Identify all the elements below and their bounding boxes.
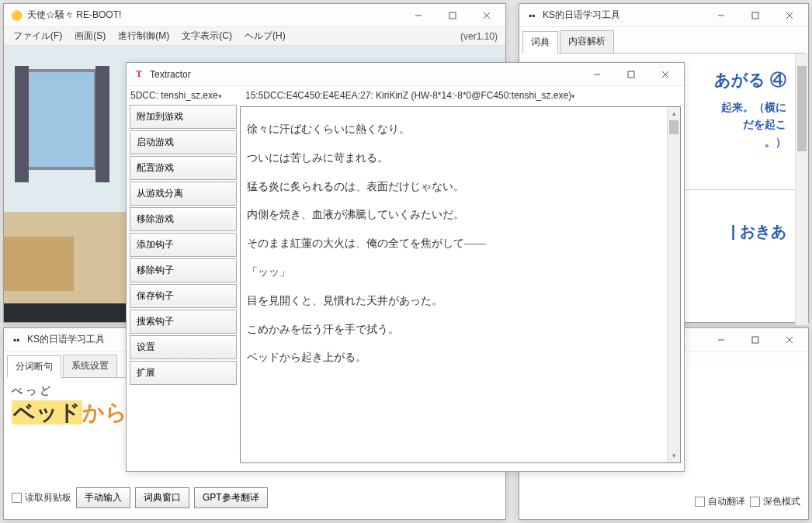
settings-button[interactable]: 设置 xyxy=(130,335,237,359)
word-rest[interactable]: から xyxy=(82,400,127,424)
textractor-titlebar[interactable]: T Textractor xyxy=(127,63,684,86)
scrollbar[interactable] xyxy=(795,54,808,325)
scroll-thumb[interactable] xyxy=(669,120,678,134)
text-line: 「ッッ」 xyxy=(247,261,661,285)
process-select[interactable]: 5DCC: tenshi_sz.exe▾ xyxy=(130,90,241,101)
dark-mode-checkbox[interactable]: 深色模式 xyxy=(750,495,800,508)
maximize-button[interactable] xyxy=(614,64,648,85)
maximize-button[interactable] xyxy=(435,5,470,26)
word-highlighted[interactable]: ベッド xyxy=(12,400,82,424)
text-line: 猛る炎に炙られるのは、表面だけじゃない。 xyxy=(247,175,661,199)
textractor-icon: T xyxy=(133,68,145,81)
text-line: 目を見開くと、見慣れた天井があった。 xyxy=(247,289,661,313)
minimize-button[interactable] xyxy=(401,5,435,26)
detach-button[interactable]: 从游戏分离 xyxy=(130,182,237,206)
manual-input-button[interactable]: 手动输入 xyxy=(76,487,130,508)
jp-dict-titlebar[interactable]: ▪▪ KS的日语学习工具 xyxy=(519,4,808,27)
auto-translate-checkbox[interactable]: 自动翻译 xyxy=(695,495,745,508)
hook-select[interactable]: 15:5DCC:E4C450:E4E4EA:27: KiriKiriZ (HW-… xyxy=(245,90,680,101)
extracted-text-area[interactable]: 徐々に汗ばむくらいに熱くなり。 ついには苦しみに苛まれる。 猛る炎に炙られるのは… xyxy=(240,106,681,463)
svg-rect-10 xyxy=(752,337,758,343)
game-menubar: ファイル(F) 画面(S) 進行制御(M) 文字表示(C) ヘルプ(H) (ve… xyxy=(4,27,505,46)
jp-dict-title: KS的日语学习工具 xyxy=(543,9,704,22)
textractor-title: Textractor xyxy=(150,69,580,80)
search-hook-button[interactable]: 搜索钩子 xyxy=(130,310,237,334)
tab-system-settings[interactable]: 系统设置 xyxy=(63,355,117,377)
svg-rect-14 xyxy=(628,71,634,78)
clipboard-checkbox[interactable]: 读取剪贴板 xyxy=(12,491,71,504)
text-line: そのまま紅蓮の大火は、俺の全てを焦がして—— xyxy=(247,232,661,256)
close-button[interactable] xyxy=(470,5,504,26)
textractor-window: T Textractor 5DCC: tenshi_sz.exe▾ 15:5DC… xyxy=(126,62,685,472)
extensions-button[interactable]: 扩展 xyxy=(130,361,237,385)
text-line: 徐々に汗ばむくらいに熱くなり。 xyxy=(247,118,661,142)
chevron-down-icon: ▾ xyxy=(218,92,222,100)
text-line: こめかみを伝う汗を手で拭う。 xyxy=(247,318,661,342)
ks-trans-bottombar: 自动翻译 深色模式 xyxy=(687,489,808,514)
close-button[interactable] xyxy=(648,64,682,85)
game-title: 天使☆騒々 RE-BOOT! xyxy=(27,9,401,22)
app-icon: ▪▪ xyxy=(10,334,23,346)
close-button[interactable] xyxy=(772,5,807,26)
attach-button[interactable]: 附加到游戏 xyxy=(130,105,237,129)
app-icon: ▪▪ xyxy=(526,9,538,22)
svg-rect-6 xyxy=(752,12,758,19)
maximize-button[interactable] xyxy=(738,5,772,26)
ks-seg-bottombar: 读取剪贴板 手动输入 词典窗口 GPT参考翻译 xyxy=(4,481,276,514)
text-line: ついには苦しみに苛まれる。 xyxy=(247,147,661,171)
textractor-selectors: 5DCC: tenshi_sz.exe▾ 15:5DCC:E4C450:E4E4… xyxy=(127,86,684,105)
textractor-sidebar: 附加到游戏 启动游戏 配置游戏 从游戏分离 移除游戏 添加钩子 移除钩子 保存钩… xyxy=(127,105,240,466)
tab-content-parse[interactable]: 内容解析 xyxy=(560,30,614,53)
scroll-thumb[interactable] xyxy=(797,66,807,151)
tab-dictionary[interactable]: 词典 xyxy=(522,31,558,54)
scrollbar[interactable]: ▴ ▾ xyxy=(667,107,680,462)
text-line: ベッドから起き上がる。 xyxy=(247,346,661,370)
launch-button[interactable]: 启动游戏 xyxy=(130,130,237,154)
remove-game-button[interactable]: 移除游戏 xyxy=(130,207,237,231)
dict-window-button[interactable]: 词典窗口 xyxy=(135,487,189,508)
minimize-button[interactable] xyxy=(704,329,738,351)
menu-file[interactable]: ファイル(F) xyxy=(7,27,68,45)
scroll-down-icon[interactable]: ▾ xyxy=(668,449,680,462)
jp-dict-tabs: 词典 内容解析 xyxy=(519,27,808,53)
version-label: (ver1.10) xyxy=(460,31,502,42)
add-hook-button[interactable]: 添加钩子 xyxy=(130,233,237,257)
game-titlebar[interactable]: 🟡 天使☆騒々 RE-BOOT! xyxy=(4,4,505,27)
maximize-button[interactable] xyxy=(738,329,772,351)
menu-text[interactable]: 文字表示(C) xyxy=(175,27,238,45)
svg-rect-1 xyxy=(449,12,456,19)
menu-help[interactable]: ヘルプ(H) xyxy=(238,27,292,45)
close-button[interactable] xyxy=(772,329,807,351)
menu-progress[interactable]: 進行制御(M) xyxy=(112,27,175,45)
tab-segmentation[interactable]: 分词断句 xyxy=(7,355,61,378)
chevron-down-icon: ▾ xyxy=(571,92,575,100)
minimize-button[interactable] xyxy=(704,5,738,26)
save-hook-button[interactable]: 保存钩子 xyxy=(130,284,237,308)
scroll-up-icon[interactable]: ▴ xyxy=(668,107,680,120)
remove-hook-button[interactable]: 移除钩子 xyxy=(130,258,237,282)
config-button[interactable]: 配置游戏 xyxy=(130,156,237,180)
gpt-translate-button[interactable]: GPT参考翻译 xyxy=(194,487,268,508)
minimize-button[interactable] xyxy=(580,64,614,85)
game-icon: 🟡 xyxy=(10,9,23,22)
menu-screen[interactable]: 画面(S) xyxy=(68,27,112,45)
text-line: 内側を焼き、血液が沸騰していくみたいだ。 xyxy=(247,203,661,227)
